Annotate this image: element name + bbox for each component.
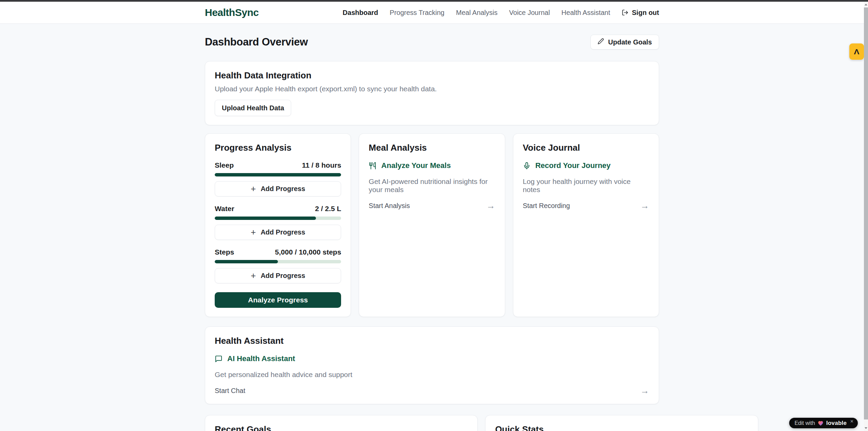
app-logo: HealthSync xyxy=(205,7,259,18)
quick-stats-card: Quick Stats Select Date Today Yesterday … xyxy=(485,415,758,431)
meal-analysis-title: Meal Analysis xyxy=(369,143,495,153)
analyze-your-meals-link[interactable]: Analyze Your Meals xyxy=(369,161,495,170)
progress-bar xyxy=(215,217,341,220)
metric-sleep: Sleep 11 / 8 hours + Add Progress xyxy=(215,161,341,196)
progress-bar xyxy=(215,260,341,263)
arrow-right-icon: → xyxy=(640,201,649,210)
add-progress-label: Add Progress xyxy=(261,272,305,280)
metric-value: 2 / 2.5 L xyxy=(315,205,341,213)
analyze-your-meals-label: Analyze Your Meals xyxy=(381,161,451,170)
meal-analysis-description: Get AI-powered nutritional insights for … xyxy=(369,177,495,194)
plus-icon: + xyxy=(251,184,256,193)
main-nav: Dashboard Progress Tracking Meal Analysi… xyxy=(343,9,659,17)
chat-bubble-icon xyxy=(215,355,223,363)
app-header: HealthSync Dashboard Progress Tracking M… xyxy=(0,2,864,24)
add-progress-button[interactable]: + Add Progress xyxy=(215,268,341,283)
bottom-cards-row: Recent Goals Select Date Today Yesterday… xyxy=(205,415,659,431)
nav-dashboard[interactable]: Dashboard xyxy=(343,9,378,17)
window-top-strip xyxy=(0,0,868,2)
record-your-journey-link[interactable]: Record Your Journey xyxy=(523,161,649,170)
metric-value: 11 / 8 hours xyxy=(302,161,341,169)
progress-analysis-title: Progress Analysis xyxy=(215,143,341,153)
metric-value: 5,000 / 10,000 steps xyxy=(275,248,341,256)
nav-voice-journal[interactable]: Voice Journal xyxy=(509,9,550,17)
microphone-icon xyxy=(523,162,531,170)
voice-journal-card: Voice Journal Record Your Journey Log yo… xyxy=(513,133,659,317)
record-your-journey-label: Record Your Journey xyxy=(535,161,611,170)
page-root: HealthSync Dashboard Progress Tracking M… xyxy=(0,2,864,431)
start-recording-label: Start Recording xyxy=(523,202,570,210)
progress-analysis-card: Progress Analysis Sleep 11 / 8 hours + A… xyxy=(205,133,351,317)
pencil-icon xyxy=(598,38,604,46)
scrollbar-thumb[interactable] xyxy=(864,7,868,419)
ai-health-assistant-link[interactable]: AI Health Assistant xyxy=(215,354,649,363)
lovable-tag-icon: Λ xyxy=(854,48,859,56)
sign-out-label: Sign out xyxy=(632,9,659,17)
recent-goals-title: Recent Goals xyxy=(215,424,468,431)
nav-meal-analysis[interactable]: Meal Analysis xyxy=(456,9,497,17)
scrollbar-up-arrow[interactable] xyxy=(864,2,868,7)
page-head: Dashboard Overview Update Goals xyxy=(205,35,659,50)
feature-cards-row: Progress Analysis Sleep 11 / 8 hours + A… xyxy=(205,133,659,317)
utensils-icon xyxy=(369,162,376,170)
add-progress-button[interactable]: + Add Progress xyxy=(215,181,341,196)
heart-icon xyxy=(818,420,823,426)
nav-progress-tracking[interactable]: Progress Tracking xyxy=(390,9,444,17)
lovable-badge-prefix: Edit with xyxy=(795,420,815,426)
metric-label: Steps xyxy=(215,248,234,256)
upload-health-data-button[interactable]: Upload Health Data xyxy=(215,100,291,116)
voice-journal-title: Voice Journal xyxy=(523,143,649,153)
health-assistant-title: Health Assistant xyxy=(215,336,649,346)
hdi-description: Upload your Apple Health export (export.… xyxy=(215,85,649,93)
arrow-right-icon: → xyxy=(486,201,495,210)
health-data-integration-card: Health Data Integration Upload your Appl… xyxy=(205,61,659,125)
ai-health-assistant-label: AI Health Assistant xyxy=(227,354,295,363)
meal-analysis-card: Meal Analysis Analyze Your Meals Get AI-… xyxy=(359,133,505,317)
health-assistant-card: Health Assistant AI Health Assistant Get… xyxy=(205,326,659,404)
metric-water: Water 2 / 2.5 L + Add Progress xyxy=(215,205,341,240)
voice-journal-description: Log your health journey with voice notes xyxy=(523,177,649,194)
update-goals-button[interactable]: Update Goals xyxy=(590,35,659,50)
plus-icon: + xyxy=(251,228,256,237)
hdi-title: Health Data Integration xyxy=(215,70,649,81)
add-progress-label: Add Progress xyxy=(261,185,305,193)
analyze-progress-button[interactable]: Analyze Progress xyxy=(215,292,341,308)
health-assistant-description: Get personalized health advice and suppo… xyxy=(215,371,649,379)
page-title: Dashboard Overview xyxy=(205,36,308,48)
progress-bar xyxy=(215,173,341,176)
recent-goals-card: Recent Goals Select Date Today Yesterday… xyxy=(205,415,478,431)
add-progress-button[interactable]: + Add Progress xyxy=(215,225,341,240)
start-chat-label: Start Chat xyxy=(215,387,245,395)
plus-icon: + xyxy=(251,271,256,280)
lovable-badge[interactable]: Edit with lovable ✕ xyxy=(789,418,858,428)
metric-label: Sleep xyxy=(215,161,234,169)
quick-stats-title: Quick Stats xyxy=(495,424,748,431)
scrollbar[interactable] xyxy=(864,2,868,431)
scrollbar-down-arrow[interactable] xyxy=(864,425,868,431)
arrow-right-icon: → xyxy=(640,386,649,395)
sign-out-button[interactable]: Sign out xyxy=(622,9,659,17)
badge-close-icon[interactable]: ✕ xyxy=(850,419,854,424)
sign-out-icon xyxy=(622,9,628,16)
start-analysis-label: Start Analysis xyxy=(369,202,410,210)
nav-health-assistant[interactable]: Health Assistant xyxy=(562,9,610,17)
lovable-edit-tab[interactable]: Λ xyxy=(849,43,864,60)
lovable-badge-brand: lovable xyxy=(826,420,847,427)
update-goals-label: Update Goals xyxy=(608,38,652,46)
add-progress-label: Add Progress xyxy=(261,228,305,236)
start-recording-row[interactable]: Start Recording → xyxy=(523,201,649,210)
metric-steps: Steps 5,000 / 10,000 steps + Add Progres… xyxy=(215,248,341,283)
start-chat-row[interactable]: Start Chat → xyxy=(215,386,649,395)
start-analysis-row[interactable]: Start Analysis → xyxy=(369,201,495,210)
metric-label: Water xyxy=(215,205,234,213)
